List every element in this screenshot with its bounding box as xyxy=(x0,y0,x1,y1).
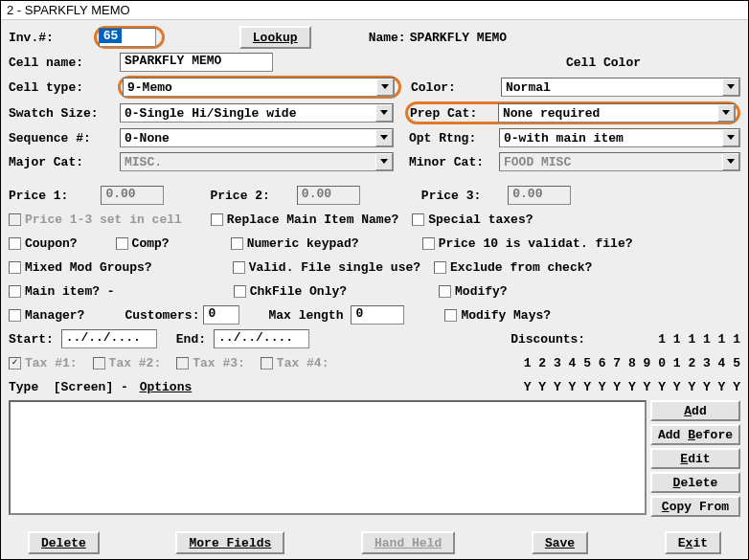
mainitem-checkbox[interactable]: Main item? - xyxy=(9,284,115,299)
screen-listbox[interactable] xyxy=(9,400,647,515)
prepcat-highlight: Prep Cat: None required xyxy=(405,101,740,124)
type-label: Type [Screen] - xyxy=(9,380,140,394)
seq-label: Sequence #: xyxy=(9,131,120,146)
tax4-checkbox: Tax #4: xyxy=(261,356,329,370)
color-label: Color: xyxy=(411,80,501,95)
end-input[interactable]: ../../.... xyxy=(214,329,309,348)
chevron-down-icon[interactable] xyxy=(717,104,735,122)
handheld-button: Hand Held xyxy=(361,531,455,554)
seq-select[interactable]: 0-None xyxy=(120,128,394,147)
tax3-checkbox: Tax #3: xyxy=(176,356,245,370)
name-value: SPARKFLY MEMO xyxy=(410,31,507,45)
save-button[interactable]: Save xyxy=(532,531,588,554)
chevron-down-icon[interactable] xyxy=(722,129,739,146)
inv-highlight: 65 xyxy=(94,26,165,49)
price2-label: Price 2: xyxy=(210,189,273,203)
chevron-down-icon[interactable] xyxy=(722,153,739,170)
replace-checkbox[interactable]: Replace Main Item Name? xyxy=(211,213,398,227)
mixed-checkbox[interactable]: Mixed Mod Groups? xyxy=(9,260,152,275)
delete-side-button[interactable]: Delete xyxy=(650,472,740,493)
optrtng-select[interactable]: 0-with main item xyxy=(499,128,740,147)
price1-label: Price 1: xyxy=(9,189,72,203)
numpad-checkbox[interactable]: Numeric keypad? xyxy=(231,236,359,251)
discounts-label: Discounts: xyxy=(511,332,589,347)
swatch-select[interactable]: 0-Single Hi/Single wide xyxy=(120,103,394,123)
minorcat-select[interactable]: FOOD MISC xyxy=(499,152,740,171)
manager-checkbox[interactable]: Manager? xyxy=(9,308,84,323)
exclude-checkbox[interactable]: Exclude from check? xyxy=(434,260,592,275)
svg-marker-3 xyxy=(722,110,730,115)
chevron-down-icon[interactable] xyxy=(375,153,393,170)
inv-input[interactable]: 65 xyxy=(99,28,156,47)
cellname-label: Cell name: xyxy=(9,56,120,70)
celltype-label: Cell type: xyxy=(9,80,118,95)
modify-checkbox[interactable]: Modify? xyxy=(439,284,508,299)
price13-checkbox: Price 1-3 set in cell xyxy=(9,213,182,227)
chevron-down-icon[interactable] xyxy=(722,78,739,96)
price3-input: 0.00 xyxy=(508,186,571,205)
celltype-highlight: 9-Memo xyxy=(118,76,401,99)
price3-label: Price 3: xyxy=(421,189,485,203)
morefields-button[interactable]: More Fields xyxy=(175,531,284,554)
discount-nums: 1 2 3 4 5 6 7 8 9 0 1 2 3 4 5 xyxy=(524,356,740,370)
prepcat-select[interactable]: None required xyxy=(498,103,736,123)
majorcat-label: Major Cat: xyxy=(9,155,120,169)
discounts-top: 1 1 1 1 1 1 xyxy=(658,332,740,347)
svg-marker-6 xyxy=(380,159,388,164)
name-label: Name: xyxy=(369,31,410,45)
special-checkbox[interactable]: Special taxes? xyxy=(412,213,533,227)
swatch-label: Swatch Size: xyxy=(9,106,120,121)
tax2-checkbox: Tax #2: xyxy=(93,356,162,370)
start-input[interactable]: ../../.... xyxy=(61,329,157,348)
price10-checkbox[interactable]: Price 10 is validat. file? xyxy=(422,236,633,251)
celltype-select[interactable]: 9-Memo xyxy=(123,78,395,97)
prepcat-label: Prep Cat: xyxy=(410,106,498,121)
exit-button[interactable]: Exit xyxy=(665,531,721,554)
edit-button[interactable]: Edit xyxy=(650,448,740,469)
inv-label: Inv.#: xyxy=(9,31,57,45)
maxlen-input[interactable]: 0 xyxy=(351,305,404,325)
modmays-checkbox[interactable]: Modify Mays? xyxy=(444,308,551,323)
tax1-checkbox: ✓Tax #1: xyxy=(9,356,78,370)
optrtng-label: Opt Rtng: xyxy=(409,131,499,146)
svg-marker-2 xyxy=(380,110,388,115)
end-label: End: xyxy=(176,332,210,347)
valid-checkbox[interactable]: Valid. File single use? xyxy=(233,260,420,275)
cellcolor-label: Cell Color xyxy=(566,56,645,70)
maxlen-label: Max length xyxy=(268,308,347,323)
customers-label: Customers: xyxy=(125,308,203,323)
comp-checkbox[interactable]: Comp? xyxy=(116,236,170,251)
minorcat-label: Minor Cat: xyxy=(409,155,499,169)
chevron-down-icon[interactable] xyxy=(375,129,393,146)
cellname-input[interactable]: SPARKFLY MEMO xyxy=(120,53,273,72)
discount-ys: Y Y Y Y Y Y Y Y Y Y Y Y Y Y Y xyxy=(524,380,740,394)
chevron-down-icon[interactable] xyxy=(376,78,394,96)
price2-input: 0.00 xyxy=(297,186,360,205)
color-select[interactable]: Normal xyxy=(501,78,740,97)
price1-input: 0.00 xyxy=(101,186,164,205)
delete-button[interactable]: Delete xyxy=(28,531,100,554)
chevron-down-icon[interactable] xyxy=(375,104,393,122)
add-button[interactable]: Add xyxy=(650,400,740,421)
lookup-button[interactable]: Lookup xyxy=(239,26,311,49)
svg-marker-1 xyxy=(727,84,735,89)
coupon-checkbox[interactable]: Coupon? xyxy=(9,236,78,251)
svg-marker-5 xyxy=(727,135,735,140)
majorcat-select[interactable]: MISC. xyxy=(120,152,394,171)
svg-marker-7 xyxy=(727,159,735,164)
addbefore-button[interactable]: Add Before xyxy=(650,424,740,445)
window-title: 2 - SPARKFLY MEMO xyxy=(1,1,748,20)
chkfile-checkbox[interactable]: ChkFile Only? xyxy=(234,284,347,299)
copyfrom-button[interactable]: Copy From xyxy=(650,496,740,517)
svg-marker-0 xyxy=(381,84,389,89)
svg-marker-4 xyxy=(380,135,388,140)
start-label: Start: xyxy=(9,332,57,347)
customers-input[interactable]: 0 xyxy=(203,305,239,325)
options-link[interactable]: Options xyxy=(140,380,193,394)
